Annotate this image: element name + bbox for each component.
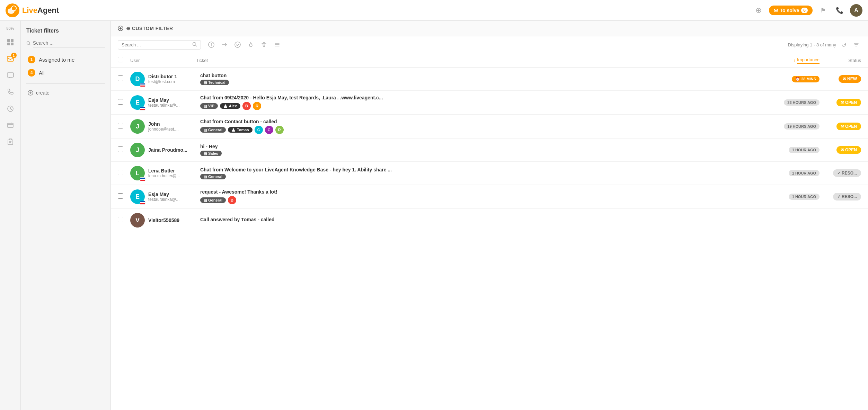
status-column-header[interactable]: Status [848,58,861,63]
status-badge: ✉ OPEN [836,99,861,106]
ticket-row[interactable]: E Esja May testauralinka@... request - A… [111,185,868,209]
user-name: Jaina Proudmo... [148,147,187,153]
select-all-checkbox[interactable] [118,57,123,62]
user-avatar: V [130,213,145,228]
filter-divider [26,83,105,84]
time-badge: ⏰ 28 MINS [792,76,820,82]
search-submit-icon [192,42,197,47]
filter-item-all[interactable]: 4 All [26,66,105,79]
user-avatar-button[interactable]: A [850,4,862,17]
ticket-status: ✉ OPEN [820,99,861,106]
ticket-info: hi - Hey ▤ Sales [196,144,764,156]
add-button[interactable]: ⊕ [752,4,765,17]
sidebar-item-reports[interactable] [3,101,18,116]
svg-rect-6 [11,43,14,45]
custom-filter-label: ⊕ CUSTOM FILTER [126,26,173,31]
tag-folder: ▤ General [200,174,226,179]
filters-title: Ticket filters [26,28,105,34]
tosolve-button[interactable]: ✉ To solve 6 [769,6,813,15]
user-info: Esja May testauralinka@... [148,191,179,202]
agent-avatar: C [255,126,263,134]
search-icon [26,41,31,46]
more-button[interactable] [272,40,282,50]
forward-button[interactable] [220,40,229,50]
ticket-row[interactable]: J John johndoe@test.... Chat from Contac… [111,115,868,139]
importance-column-header[interactable]: Importance [797,57,820,64]
logo-icon [6,3,19,17]
row-checkbox[interactable] [118,193,123,199]
ticket-row[interactable]: J Jaina Proudmo... hi - Hey ▤ Sales 1 HO… [111,139,868,162]
sort-button[interactable] [851,40,861,50]
custom-filter-button[interactable]: ⊕ CUSTOM FILTER [118,26,173,31]
refresh-button[interactable] [839,40,849,50]
ticket-row[interactable]: V Visitor550589 Call answered by Tomas -… [111,209,868,232]
user-cell: V Visitor550589 [130,213,196,228]
user-name: Esja May [148,191,179,197]
ticket-tags: ▤ VIP Alex BR [200,102,760,110]
ticket-search-input[interactable] [122,42,190,47]
sidebar-item-chat[interactable] [3,68,18,83]
user-email: testauralinka@... [148,197,179,202]
agent-avatar: B [228,196,236,204]
user-avatar: E [130,189,145,204]
svg-point-11 [27,41,29,44]
resolve-button[interactable] [233,40,242,50]
filters-search-input[interactable] [33,39,105,47]
ticket-toolbar: Displaying 1 - 8 of many [111,36,868,53]
user-avatar: E [130,95,145,110]
ticket-row[interactable]: L Lena Butler lena.m.butler@... Chat fro… [111,162,868,185]
user-info: Visitor550589 [148,217,179,223]
info-button[interactable] [206,40,216,50]
row-checkbox[interactable] [118,123,123,128]
delete-button[interactable] [259,40,269,50]
sidebar-item-grid[interactable] [3,35,18,50]
user-email: test@test.com [148,79,177,84]
ticket-status: ✉ OPEN [820,146,861,154]
create-filter-button[interactable]: create [26,88,105,98]
row-checkbox[interactable] [118,99,123,105]
tag-folder: ▤ General [200,197,226,203]
sidebar-item-knowledge[interactable] [3,134,18,150]
status-badge: ✉ OPEN [836,146,861,154]
row-checkbox-area [118,170,130,177]
user-email: johndoe@test.... [148,127,179,132]
svg-rect-10 [8,123,13,127]
sidebar-item-tickets[interactable]: 1 [3,51,18,66]
row-checkbox[interactable] [118,170,123,175]
ticket-search-button[interactable] [192,42,197,48]
envelope-icon: ✉ [774,8,778,13]
agent-avatar: C [265,126,273,134]
phone-button[interactable]: 📞 [833,4,846,17]
ticket-row[interactable]: E Esja May testauralinka@... Chat from 0… [111,91,868,115]
ticket-subject: Chat from 09/24/2020 - Hello Esja May, t… [200,95,760,100]
flag-indicator [140,201,145,205]
time-badge: 1 HOUR AGO [789,194,820,200]
user-avatar: J [130,143,145,157]
row-checkbox[interactable] [118,75,123,81]
time-badge: 1 HOUR AGO [789,170,820,176]
filters-search-area [26,39,105,47]
toolbar-right: Displaying 1 - 8 of many [788,40,861,50]
agent-avatar: B [242,102,251,110]
ticket-subject: chat button [200,73,760,78]
row-checkbox-area [118,75,130,82]
user-info: Distributor 1 test@test.com [148,74,177,84]
agent-tag: Alex [220,103,240,109]
row-checkbox[interactable] [118,146,123,152]
agent-tag: Tomas [228,127,253,133]
sidebar-item-contacts[interactable] [3,118,18,133]
flag-button[interactable]: ⚑ [817,4,829,17]
user-info: John johndoe@test.... [148,121,179,132]
assigned-to-me-label: Assigned to me [39,57,74,63]
assigned-to-me-badge: 1 [28,56,35,63]
flame-button[interactable] [246,40,256,50]
sidebar-item-calls[interactable] [3,84,18,100]
filter-item-assigned-to-me[interactable]: 1 Assigned to me [26,53,105,66]
ticket-row[interactable]: D Distributor 1 test@test.com chat butto… [111,68,868,91]
row-checkbox[interactable] [118,217,123,222]
user-email: testauralinka@... [148,103,179,108]
icon-sidebar: 80% 1 [0,21,21,410]
user-name: Lena Butler [148,168,180,173]
user-name: Esja May [148,97,179,103]
user-cell: J Jaina Proudmo... [130,143,196,157]
